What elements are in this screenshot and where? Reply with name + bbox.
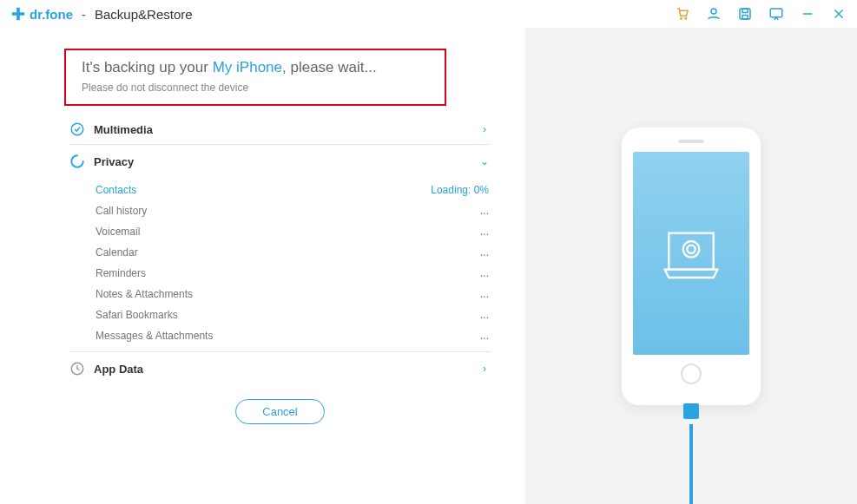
status-callout: It's backing up your My iPhone, please w… bbox=[64, 49, 446, 106]
titlebar: dr.fone - Backup&Restore bbox=[0, 0, 857, 28]
phone-screen bbox=[633, 152, 749, 355]
status-headline: It's backing up your My iPhone, please w… bbox=[82, 59, 429, 76]
item-status: ... bbox=[480, 226, 489, 238]
privacy-items-list: ContactsLoading: 0% Call history... Voic… bbox=[69, 176, 491, 351]
item-status: ... bbox=[480, 288, 489, 300]
phone-device-icon bbox=[622, 128, 761, 405]
section-multimedia-header[interactable]: Multimedia › bbox=[69, 113, 491, 144]
user-icon[interactable] bbox=[706, 6, 722, 22]
item-name: Call history bbox=[96, 205, 147, 217]
item-name: Safari Bookmarks bbox=[96, 309, 178, 321]
list-item: Notes & Attachments... bbox=[94, 284, 491, 304]
svg-rect-4 bbox=[742, 9, 748, 13]
item-status: ... bbox=[480, 205, 489, 217]
chevron-right-icon: › bbox=[478, 363, 491, 375]
clock-icon bbox=[69, 361, 85, 376]
headline-suffix: , please wait... bbox=[282, 59, 377, 75]
cable-line bbox=[689, 424, 693, 504]
save-icon[interactable] bbox=[737, 6, 753, 22]
svg-point-0 bbox=[681, 18, 682, 20]
list-item: Safari Bookmarks... bbox=[94, 304, 491, 325]
brand-text: dr.fone bbox=[30, 7, 73, 22]
cancel-button[interactable]: Cancel bbox=[235, 399, 324, 424]
svg-point-14 bbox=[683, 241, 700, 258]
svg-point-2 bbox=[711, 9, 716, 14]
feedback-icon[interactable] bbox=[768, 6, 784, 22]
svg-rect-5 bbox=[742, 16, 748, 20]
check-circle-icon bbox=[69, 121, 85, 137]
item-status: ... bbox=[480, 267, 489, 279]
section-privacy-header[interactable]: Privacy ⌄ bbox=[69, 145, 491, 176]
brand-logo-icon bbox=[10, 6, 26, 22]
item-name: Voicemail bbox=[96, 226, 140, 238]
item-name: Messages & Attachments bbox=[96, 330, 213, 342]
svg-rect-3 bbox=[740, 9, 750, 19]
svg-rect-6 bbox=[770, 9, 782, 17]
content-body: It's backing up your My iPhone, please w… bbox=[0, 28, 857, 504]
spinner-icon bbox=[69, 154, 85, 169]
close-icon[interactable] bbox=[831, 6, 847, 22]
svg-point-10 bbox=[71, 123, 83, 135]
item-name: Notes & Attachments bbox=[96, 288, 193, 300]
item-name: Contacts bbox=[96, 184, 136, 196]
list-item: Calendar... bbox=[94, 242, 491, 263]
list-item: Messages & Attachments... bbox=[94, 325, 491, 346]
title-separator: - bbox=[82, 7, 86, 22]
minimize-icon[interactable] bbox=[800, 6, 815, 22]
phone-speaker bbox=[678, 140, 704, 143]
item-status: ... bbox=[480, 330, 489, 342]
list-item: Reminders... bbox=[94, 263, 491, 284]
cable-plug-icon bbox=[683, 403, 699, 419]
section-appdata: App Data › bbox=[69, 352, 491, 383]
cancel-wrap: Cancel bbox=[69, 399, 491, 424]
cart-icon[interactable] bbox=[675, 6, 690, 22]
left-panel: It's backing up your My iPhone, please w… bbox=[0, 28, 525, 504]
section-appdata-header[interactable]: App Data › bbox=[69, 352, 491, 383]
module-name: Backup&Restore bbox=[95, 7, 193, 22]
status-subline: Please do not disconnect the device bbox=[82, 82, 429, 94]
section-multimedia-title: Multimedia bbox=[94, 123, 478, 136]
svg-rect-12 bbox=[669, 232, 713, 269]
section-privacy: Privacy ⌄ ContactsLoading: 0% Call histo… bbox=[69, 145, 491, 352]
section-multimedia: Multimedia › bbox=[69, 113, 491, 145]
window-controls bbox=[675, 6, 847, 22]
item-status: ... bbox=[480, 246, 489, 259]
device-name-text: My iPhone bbox=[213, 59, 282, 75]
item-status: ... bbox=[480, 309, 489, 321]
section-privacy-title: Privacy bbox=[94, 155, 478, 168]
section-appdata-title: App Data bbox=[94, 363, 478, 376]
phone-home-button bbox=[681, 363, 702, 384]
svg-marker-13 bbox=[665, 269, 718, 277]
item-name: Calendar bbox=[96, 246, 138, 259]
item-status: Loading: 0% bbox=[431, 184, 489, 196]
phone-illustration bbox=[525, 28, 857, 504]
headline-prefix: It's backing up your bbox=[82, 59, 213, 75]
list-item: Voicemail... bbox=[94, 221, 491, 242]
list-item: Call history... bbox=[94, 200, 491, 221]
item-name: Reminders bbox=[96, 267, 146, 279]
svg-point-1 bbox=[685, 18, 687, 20]
chevron-right-icon: › bbox=[478, 123, 491, 135]
chevron-down-icon: ⌄ bbox=[478, 155, 491, 167]
backup-drive-icon bbox=[661, 223, 722, 284]
brand-group: dr.fone - Backup&Restore bbox=[10, 6, 193, 22]
right-panel bbox=[525, 28, 857, 504]
list-item: ContactsLoading: 0% bbox=[94, 180, 491, 200]
